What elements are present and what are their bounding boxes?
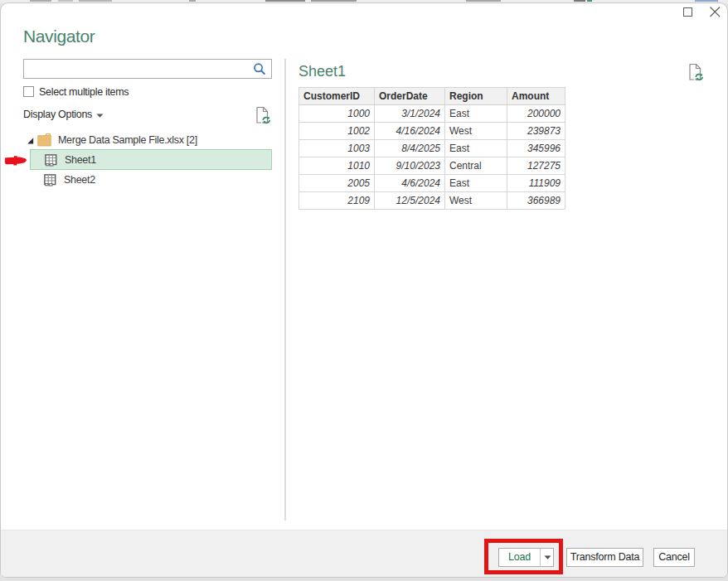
cell: 239873	[507, 123, 565, 140]
worksheet-icon	[45, 154, 57, 167]
search-box	[23, 59, 272, 79]
cell: 345996	[507, 140, 565, 157]
preview-table: CustomerID OrderDate Region Amount 1000 …	[298, 87, 565, 210]
search-icon[interactable]	[252, 62, 267, 77]
navigator-dialog: Navigator Select multiple items Display …	[0, 2, 728, 578]
cell: East	[445, 105, 507, 123]
tree-expand-caret-icon[interactable]	[27, 137, 35, 145]
cell: 200000	[507, 105, 565, 123]
tree-item-sheet2[interactable]: Sheet2	[30, 170, 272, 191]
cell: 127275	[507, 157, 565, 175]
cell: 1010	[299, 157, 375, 175]
cell: 8/4/2025	[375, 140, 445, 157]
cell: 366989	[507, 192, 565, 210]
document-refresh-icon	[688, 63, 704, 82]
worksheet-icon	[44, 174, 56, 186]
table-row: 1000 3/1/2024 East 200000	[299, 105, 565, 123]
column-header: CustomerID	[299, 88, 375, 105]
table-row: 2109 12/5/2024 West 366989	[299, 192, 565, 210]
tree-item-label: Sheet2	[64, 174, 95, 186]
cell: 9/10/2023	[375, 157, 445, 175]
cancel-button[interactable]: Cancel	[653, 548, 695, 567]
dialog-title: Navigator	[23, 27, 95, 46]
table-row: 1010 9/10/2023 Central 127275	[299, 157, 565, 175]
cell: 12/5/2024	[375, 192, 445, 210]
maximize-icon	[683, 7, 692, 17]
cell: 1000	[299, 105, 375, 123]
column-header: Region	[445, 88, 507, 105]
tree-item-sheet1[interactable]: Sheet1	[30, 149, 272, 170]
refresh-preview-button[interactable]	[255, 106, 271, 128]
cell: East	[445, 175, 507, 192]
cell: 111909	[507, 175, 565, 192]
cell: 2005	[299, 175, 375, 192]
table-header-row: CustomerID OrderDate Region Amount	[299, 88, 565, 105]
cell: 4/16/2024	[375, 123, 445, 140]
column-header: Amount	[507, 88, 565, 105]
panel-divider	[284, 59, 286, 520]
search-input[interactable]	[26, 61, 251, 77]
cell: West	[445, 123, 507, 140]
close-icon	[706, 3, 724, 22]
select-multiple-checkbox[interactable]	[23, 86, 34, 97]
table-row: 2005 4/6/2024 East 111909	[299, 175, 565, 192]
tree-root-item[interactable]: Merge Data Sample File.xlsx [2]	[58, 134, 197, 146]
cell: East	[445, 140, 507, 157]
folder-icon	[37, 133, 51, 147]
select-multiple-label[interactable]: Select multiple items	[39, 86, 129, 98]
preview-title: Sheet1	[298, 63, 346, 80]
chevron-down-icon	[96, 114, 104, 118]
close-button[interactable]	[706, 3, 724, 22]
table-row: 1003 8/4/2025 East 345996	[299, 140, 565, 157]
table-row: 1002 4/16/2024 West 239873	[299, 123, 565, 140]
column-header: OrderDate	[375, 88, 445, 105]
cell: 2109	[299, 192, 375, 210]
cell: West	[445, 192, 507, 210]
refresh-preview-button-right[interactable]	[688, 63, 704, 85]
transform-data-button[interactable]: Transform Data	[566, 548, 643, 567]
maximize-button[interactable]	[681, 4, 697, 21]
footer-bar: Load Transform Data Cancel	[1, 530, 727, 577]
cell: 4/6/2024	[375, 175, 445, 192]
cell: 1003	[299, 140, 375, 157]
tree-item-label: Sheet1	[65, 154, 96, 166]
red-box-annotation	[484, 539, 563, 574]
red-arrow-annotation	[3, 153, 28, 168]
document-refresh-icon	[255, 106, 271, 125]
display-options-label: Display Options	[23, 109, 92, 120]
cell: Central	[445, 157, 507, 175]
cell: 1002	[299, 123, 375, 140]
cell: 3/1/2024	[375, 105, 445, 123]
